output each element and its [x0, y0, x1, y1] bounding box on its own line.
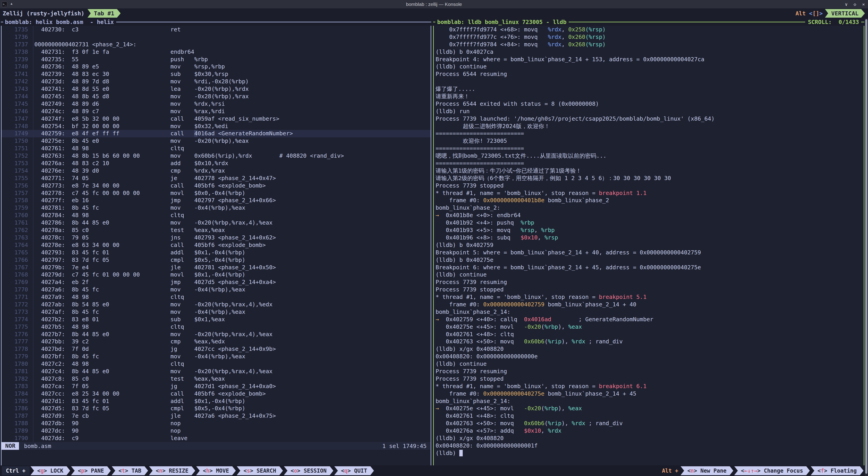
asm-line-1758: 1758 40277f: eb 16 jmp 402797 <phase_2_1… — [2, 197, 431, 204]
asm-line-1772: 1772 4027ab: 8b 54 85 e0 mov -0x20(%rbp,… — [2, 301, 431, 308]
asm-line-1743: 1743 402741: 48 8d 55 e0 lea -0x20(%rbp)… — [2, 85, 431, 93]
lldb-line-23: * thread #1, name = 'bomb_linux', stop r… — [436, 190, 864, 197]
lldb-line-17: ========================== — [436, 145, 864, 152]
asm-line-1755: 1755 402771: 74 05 je 402778 <phase_2_14… — [2, 174, 431, 182]
ctrl-prefix-label: Ctrl + — [2, 466, 30, 475]
alt-keybind-new-pane[interactable]: <n> New Pane — [681, 466, 733, 475]
asm-line-1753: 1753 40276a: 48 83 c2 10 add $0x10,%rdx — [2, 160, 431, 167]
lldb-line-5: Breakpoint 4: where = bomb_linux`phase_2… — [436, 56, 864, 63]
asm-line-1789: 1789 4027dc: 90 nop — [2, 427, 431, 435]
asm-line-1781: 1781 4027c4: 8b 44 85 e0 mov -0x20(%rbp,… — [2, 368, 431, 375]
lldb-line-3: 0x7ffff7fd9784 <+84>: movq %rdx, 0x268(%… — [436, 41, 864, 49]
lldb-line-49: * thread #1, name = 'bomb_linux', stop r… — [436, 383, 864, 390]
keybind-tab[interactable]: <t> TAB — [112, 466, 148, 475]
keybind-move[interactable]: <h> MOVE — [196, 466, 236, 475]
lldb-line-41: 0x40275e <+45>: movl -0x20(%rbp), %eax — [436, 323, 864, 331]
alt-keybind-change-focus[interactable]: <←↓↑→> Change Focus — [734, 466, 810, 475]
lldb-line-40: → 0x402759 <+40>: callq 0x4016ad ; Gener… — [436, 316, 864, 323]
terminal-scrollbar[interactable] — [865, 18, 868, 476]
lldb-line-7: Process 6544 resuming — [436, 70, 864, 78]
keybind-resize[interactable]: <n> RESIZE — [149, 466, 195, 475]
asm-line-1783: 1783 4027ca: 7f 05 jg 4027d1 <phase_2_14… — [2, 383, 431, 390]
asm-line-1767: 1767 40279b: 7e e4 jle 402781 <phase_2_1… — [2, 264, 431, 271]
asm-line-1784: 1784 4027cc: e8 25 34 00 00 call 405bf6 … — [2, 390, 431, 398]
asm-line-1790: 1790 4027dd: c9 leave — [2, 435, 431, 442]
asm-line-1759: 1759 402781: 8b 45 fc mov -0x4(%rbp),%ea… — [2, 204, 431, 212]
alt-keybind-floating[interactable]: <f> Floating — [811, 466, 864, 475]
lldb-line-15: ========================== — [436, 130, 864, 137]
lldb-line-13: Process 7739 launched: '/home/gh0s7/proj… — [436, 115, 864, 123]
lldb-line-51: bomb_linux`phase_2_14: — [436, 398, 864, 405]
asm-line-1756: 1756 402773: e8 7e 34 00 00 call 405bf6 … — [2, 182, 431, 190]
keybind-session[interactable]: <o> SESSION — [284, 466, 333, 475]
asm-line-1788: 1788 4027db: 90 nop — [2, 420, 431, 427]
lldb-pane-title: bomblab: lldb bomb_linux 723005 - lldb — [437, 19, 566, 25]
lldb-terminal-body[interactable]: 0x7ffff7fd9774 <+68>: movq %rdx, 0x258(%… — [433, 26, 864, 466]
asm-line-1744: 1744 402745: 48 8b 45 d8 mov -0x28(%rbp)… — [2, 93, 431, 100]
helix-pane-title: bomblab: helix bomb.asm - helix — [5, 19, 114, 25]
lldb-pane-title-row: bomblab: lldb bomb_linux 723005 - lldb S… — [433, 18, 864, 26]
lldb-line-1: 0x7ffff7fd9774 <+68>: movq %rdx, 0x258(%… — [436, 26, 864, 33]
helix-editor-pane[interactable]: bomblab: helix bomb.asm - helix 1735 402… — [1, 18, 431, 466]
asm-line-1768: 1768 40279d: c7 45 fc 01 00 00 00 movl $… — [2, 271, 431, 279]
lldb-line-42: 0x402761 <+48>: cltq — [436, 331, 864, 338]
lldb-line-37: * thread #1, name = 'bomb_linux', stop r… — [436, 293, 864, 301]
lldb-line-43: 0x402763 <+50>: movq 0x60b6(%rip), %rdx … — [436, 338, 864, 345]
asm-line-1752: 1752 402763: 48 8b 15 b6 60 00 00 mov 0x… — [2, 152, 431, 160]
session-name: Zellij (rusty-jellyfish) — [3, 10, 84, 17]
lldb-line-21: 请输入第2级的密码（6个数字，用空格隔开，例如 1 2 3 4 5 6）：30 … — [436, 174, 864, 182]
lldb-line-24: frame #0: 0x0000000000401b8e bomb_linux`… — [436, 197, 864, 204]
asm-line-1751: 1751 402761: 48 98 cltq — [2, 145, 431, 152]
asm-line-1745: 1745 402749: 48 89 d6 mov %rdx,%rsi — [2, 100, 431, 108]
asm-line-1761: 1761 402786: 8b 44 85 e0 mov -0x20(%rbp,… — [2, 219, 431, 227]
scrollbar-thumb[interactable] — [865, 19, 867, 474]
lldb-line-11: Process 6544 exited with status = 8 (0x0… — [436, 100, 864, 108]
asm-line-1747: 1747 40274f: e8 5b 32 00 00 call 4059af … — [2, 115, 431, 123]
lldb-line-2: 0x7ffff7fd977c <+76>: movq %rdx, 0x260(%… — [436, 33, 864, 41]
lldb-terminal-pane[interactable]: bomblab: lldb bomb_linux 723005 - lldb S… — [433, 18, 864, 466]
lldb-line-6: (lldb) continue — [436, 63, 864, 70]
asm-line-1760: 1760 402784: 48 98 cltq — [2, 212, 431, 219]
helix-mode-badge: NOR — [2, 442, 19, 450]
asm-line-1764: 1764 40278e: e8 63 34 00 00 call 405bf6 … — [2, 242, 431, 249]
asm-line-1749: 1749 402759: e8 4f ef ff ff call 4016ad … — [2, 130, 431, 137]
lldb-line-8 — [436, 78, 864, 85]
close-button[interactable]: × — [862, 2, 865, 7]
asm-line-1740: 1740 402736: 48 89 e5 mov %rsp,%rbp — [2, 63, 431, 70]
tab-1[interactable]: Tab #1 — [88, 9, 121, 18]
asm-line-1773: 1773 4027af: 8b 45 fc mov -0x4(%rbp),%ea… — [2, 308, 431, 316]
lldb-line-9: 爆了爆了..... — [436, 85, 864, 93]
keybind-search[interactable]: <s> SEARCH — [237, 466, 283, 475]
lldb-line-46: (lldb) continue — [436, 360, 864, 368]
asm-line-1779: 1779 4027bf: 8b 45 fc mov -0x4(%rbp),%ea… — [2, 353, 431, 360]
asm-line-1780: 1780 4027c2: 48 98 cltq — [2, 360, 431, 368]
lldb-line-27: 0x401b92 <+4>: pushq %rbp — [436, 219, 864, 227]
window-titlebar: >_ ➤ bomblab : zellij — Konsole ∨ ◇ × — [0, 0, 868, 8]
lldb-line-25: bomb_linux`phase_2: — [436, 204, 864, 212]
lldb-line-53: 0x402761 <+48>: cltq — [436, 412, 864, 420]
lldb-line-34: (lldb) continue — [436, 271, 864, 279]
keybind-pane[interactable]: <p> PANE — [71, 466, 111, 475]
keybind-quit[interactable]: <q> QUIT — [334, 466, 374, 475]
asm-line-1762: 1762 40278a: 85 c0 test %eax,%eax — [2, 227, 431, 234]
lldb-line-31: Breakpoint 5: where = bomb_linux`phase_2… — [436, 249, 864, 256]
asm-line-1777: 1777 4027bb: 39 c2 cmp %eax,%edx — [2, 338, 431, 345]
helix-editor-body[interactable]: 1735 402730: c3 ret173617370000000000402… — [1, 26, 431, 466]
helix-selection-position: 1 sel 1749:45 — [382, 443, 427, 449]
asm-line-1782: 1782 4027c8: 85 c0 test %eax,%eax — [2, 375, 431, 383]
asm-line-1750: 1750 40275e: 8b 45 e0 mov -0x20(%rbp),%e… — [2, 137, 431, 145]
lldb-line-30: (lldb) b 0x402759 — [436, 242, 864, 249]
asm-line-1778: 1778 4027bd: 7f 0d jg 4027cc <phase_2_14… — [2, 345, 431, 353]
asm-line-1763: 1763 40278c: 79 05 jns 402793 <phase_2_1… — [2, 234, 431, 242]
lldb-line-18: 嗯嗯，找到bomb_723005.txt文件....从里面读取以前的密码... — [436, 152, 864, 160]
asm-line-1737: 17370000000000402731 <phase_2_14>: — [2, 41, 431, 49]
lldb-line-14: 超级二进制炸弹2024版，欢迎你！ — [436, 123, 864, 130]
keybind-lock[interactable]: <g> LOCK — [31, 466, 70, 475]
minimize-button[interactable]: ∨ — [845, 2, 848, 7]
maximize-button[interactable]: ◇ — [854, 2, 856, 7]
alt-arrows-hint: Alt <[]> — [796, 10, 823, 17]
scroll-indicator: SCROLL: 0/1433 — [808, 19, 859, 25]
lldb-line-38: frame #0: 0x0000000000402759 bomb_linux`… — [436, 301, 864, 308]
lldb-line-4: (lldb) b 0x4027ca — [436, 49, 864, 56]
layout-mode-badge: VERTICAL — [825, 9, 865, 18]
